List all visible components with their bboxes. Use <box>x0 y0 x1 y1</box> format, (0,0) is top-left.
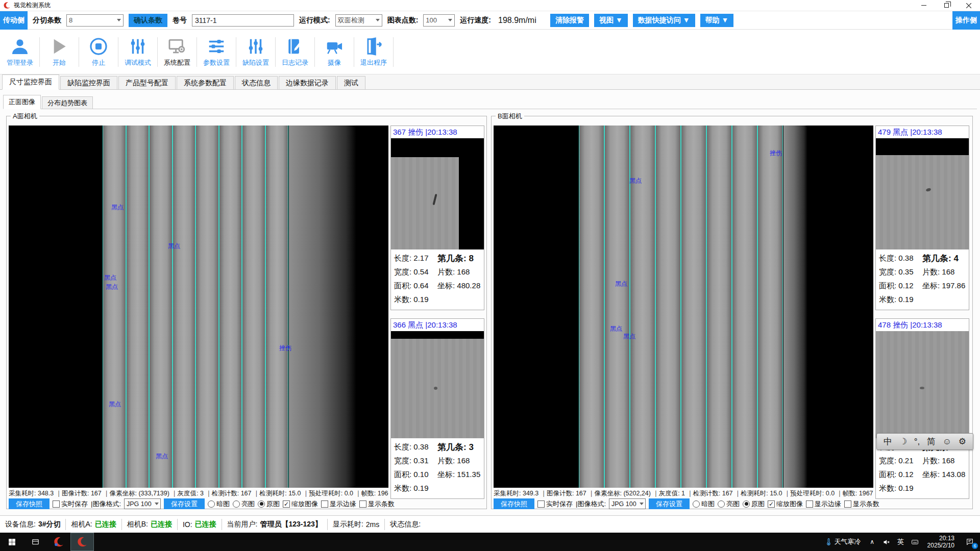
bright-image-radio[interactable] <box>718 500 725 508</box>
thumbnail-material <box>876 155 969 249</box>
ime-simplified-icon[interactable]: 简 <box>927 437 936 446</box>
toolbar-button-capture[interactable]: 摄像 <box>317 33 351 71</box>
original-image-radio[interactable] <box>743 500 750 508</box>
subtab-0[interactable]: 正面图像 <box>3 95 41 109</box>
tab-6[interactable]: 测试 <box>337 76 365 89</box>
ime-lang-indicator[interactable]: 中 <box>884 437 892 446</box>
toolbar-button-stop[interactable]: 停止 <box>82 33 115 71</box>
titlebar: 视觉检测系统 <box>0 0 980 11</box>
measurement-row: 长度: 0.38第几条: 3 <box>394 440 481 454</box>
touch-keyboard-button[interactable] <box>908 533 922 551</box>
roll-number-input[interactable] <box>192 14 294 27</box>
close-button[interactable] <box>958 0 980 11</box>
toolbar-label-admin-login: 管理登录 <box>7 58 33 67</box>
toolbar-button-param-settings[interactable]: 参数设置 <box>200 33 233 71</box>
panel-controls: 保存快照实时保存|图像格式:JPG 100保存设置暗图亮图原图✓缩放图像显示边缘… <box>9 498 388 509</box>
show-edge-checkbox[interactable] <box>321 500 328 508</box>
operator-side-button[interactable]: 操作侧 <box>952 11 980 30</box>
ime-settings-icon[interactable]: ⚙ <box>959 437 966 446</box>
taskbar-tray: 天气寒冷 ∧ 英 20:13 2025/2/10 6 <box>821 533 980 551</box>
measurement-cell: 面积: 0.10 <box>394 470 437 480</box>
tab-2[interactable]: 产品型号配置 <box>118 76 176 89</box>
taskbar-clock[interactable]: 20:13 2025/2/10 <box>922 535 960 549</box>
zoom-image-item: ✓缩放图像 <box>768 499 803 509</box>
toolbar-button-system-config[interactable]: 系统配置 <box>160 33 194 71</box>
measurement-cell: 宽度: 0.31 <box>394 456 437 466</box>
show-count-checkbox[interactable] <box>359 500 366 508</box>
image-format-select[interactable]: JPG 100 <box>124 498 161 509</box>
app-logo-icon <box>53 536 64 547</box>
ime-moon-icon[interactable]: ☽ <box>899 437 907 446</box>
measurement-label: 第几条: <box>922 254 953 263</box>
image-format-select[interactable]: JPG 100 <box>609 498 646 509</box>
show-edge-item: 显示边缘 <box>321 499 356 509</box>
cut-strip <box>757 126 783 488</box>
measurement-row: 米数: 0.19 <box>879 482 966 495</box>
dark-image-item: 暗图 <box>693 499 715 509</box>
clear-alarm-button[interactable]: 清除报警 <box>550 14 589 27</box>
taskbar-app-inspection[interactable] <box>47 533 70 551</box>
restore-button[interactable] <box>935 0 958 11</box>
drive-side-button[interactable]: 传动侧 <box>0 11 28 30</box>
ime-language-button[interactable]: 英 <box>894 533 908 551</box>
toolbar-button-defect-settings[interactable]: 缺陷设置 <box>239 33 273 71</box>
weather-widget[interactable]: 天气寒冷 <box>821 533 865 551</box>
zoom-image-checkbox[interactable]: ✓ <box>283 500 290 508</box>
measurement-label: 坐标: <box>437 281 457 290</box>
tab-5[interactable]: 边缘数据记录 <box>279 76 336 89</box>
task-view-button[interactable] <box>23 533 47 551</box>
hidden-icons-button[interactable]: ∧ <box>865 533 879 551</box>
action-center-button[interactable]: 6 <box>960 533 980 551</box>
show-edge-checkbox[interactable] <box>806 500 813 508</box>
toolbar-button-exit-program[interactable]: 退出程序 <box>357 33 390 71</box>
original-image-radio[interactable] <box>258 500 265 508</box>
confirm-count-button[interactable]: 确认条数 <box>129 14 167 27</box>
dark-image-radio[interactable] <box>693 500 700 508</box>
realtime-save-checkbox[interactable] <box>53 500 60 508</box>
view-menu-button[interactable]: 视图 ▼ <box>594 14 628 27</box>
tab-4[interactable]: 状态信息 <box>235 76 278 89</box>
clock-time: 20:13 <box>939 535 954 542</box>
start-button[interactable] <box>0 533 23 551</box>
cut-strip <box>126 126 150 488</box>
run-mode-label: 运行模式: <box>299 16 330 25</box>
dark-image-radio[interactable] <box>208 500 215 508</box>
toolbar-button-admin-login[interactable]: 管理登录 <box>3 33 37 71</box>
show-count-checkbox[interactable] <box>844 500 851 508</box>
measurement-label: 长度: <box>879 254 898 262</box>
chevron-down-icon <box>117 19 121 21</box>
toolbar-button-debug-mode[interactable]: 调试模式 <box>121 33 155 71</box>
help-menu-button[interactable]: 帮助 ▼ <box>700 14 734 27</box>
ime-punctuation-icon[interactable]: °, <box>914 437 920 446</box>
save-snapshot-button[interactable]: 保存快照 <box>494 498 534 509</box>
toolbar-button-log-record[interactable]: 日志记录 <box>278 33 312 71</box>
subtab-1[interactable]: 分布趋势图表 <box>42 96 93 109</box>
volume-button[interactable] <box>879 533 894 551</box>
measurement-value: 480.28 <box>457 281 480 290</box>
defect-thumbnail <box>391 331 484 438</box>
zoom-image-checkbox[interactable]: ✓ <box>768 500 775 508</box>
measurement-value: 151.35 <box>457 470 480 479</box>
save-snapshot-button[interactable]: 保存快照 <box>9 498 50 509</box>
run-speed-value: 198.9m/mi <box>496 14 545 27</box>
defect-thumbnail <box>876 331 969 438</box>
tab-0[interactable]: 尺寸监控界面 <box>2 74 59 90</box>
measurement-value: 168 <box>457 456 470 465</box>
tab-1[interactable]: 缺陷监控界面 <box>60 76 117 89</box>
ime-emoji-icon[interactable]: ☺ <box>943 437 951 446</box>
realtime-save-item: 实时保存 <box>537 499 573 509</box>
run-mode-select[interactable]: 双面检测 <box>335 14 382 27</box>
save-settings-button[interactable]: 保存设置 <box>164 498 205 509</box>
tab-3[interactable]: 系统参数配置 <box>177 76 234 89</box>
defect-card-header: 478 挫伤 |20:13:38 <box>876 319 969 331</box>
minimize-button[interactable] <box>913 0 935 11</box>
taskbar-app-inspection-active[interactable] <box>70 533 94 551</box>
toolbar-button-start[interactable]: 开始 <box>42 33 76 71</box>
save-settings-button[interactable]: 保存设置 <box>649 498 690 509</box>
realtime-save-checkbox[interactable] <box>537 500 545 508</box>
data-quick-access-menu-button[interactable]: 数据快捷访问 ▼ <box>633 14 695 27</box>
bright-image-radio[interactable] <box>233 500 240 508</box>
chart-points-select[interactable]: 100 <box>423 14 455 27</box>
slit-count-select[interactable]: 8 <box>66 14 124 27</box>
measurement-value: 0.38 <box>898 254 913 262</box>
